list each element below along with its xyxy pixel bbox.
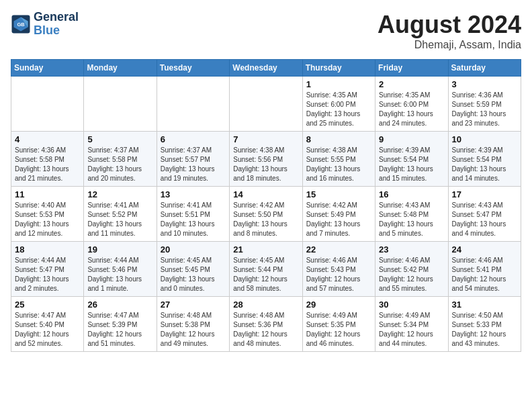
calendar-cell: 23Sunrise: 4:46 AM Sunset: 5:42 PM Dayli…	[375, 242, 448, 297]
day-info: Sunrise: 4:38 AM Sunset: 5:56 PM Dayligh…	[233, 146, 298, 183]
calendar-cell: 12Sunrise: 4:41 AM Sunset: 5:52 PM Dayli…	[84, 187, 157, 242]
calendar-cell	[230, 77, 302, 132]
day-number: 18	[15, 244, 80, 255]
month-title: August 2024	[378, 11, 521, 39]
day-number: 25	[15, 300, 80, 310]
weekday-header-tuesday: Tuesday	[157, 60, 229, 77]
day-info: Sunrise: 4:41 AM Sunset: 5:52 PM Dayligh…	[87, 201, 152, 238]
calendar-cell	[157, 77, 229, 132]
day-info: Sunrise: 4:48 AM Sunset: 5:38 PM Dayligh…	[161, 311, 226, 349]
calendar-week-row: 1Sunrise: 4:35 AM Sunset: 6:00 PM Daylig…	[11, 77, 521, 132]
day-info: Sunrise: 4:47 AM Sunset: 5:39 PM Dayligh…	[87, 311, 152, 349]
day-number: 16	[379, 189, 444, 199]
day-info: Sunrise: 4:49 AM Sunset: 5:34 PM Dayligh…	[379, 311, 444, 349]
day-info: Sunrise: 4:49 AM Sunset: 5:35 PM Dayligh…	[306, 311, 371, 349]
weekday-header-monday: Monday	[84, 60, 157, 77]
day-info: Sunrise: 4:46 AM Sunset: 5:41 PM Dayligh…	[452, 256, 517, 293]
day-info: Sunrise: 4:36 AM Sunset: 5:59 PM Dayligh…	[452, 91, 517, 128]
day-info: Sunrise: 4:45 AM Sunset: 5:44 PM Dayligh…	[233, 256, 298, 293]
calendar-cell	[11, 77, 84, 132]
calendar-week-row: 18Sunrise: 4:44 AM Sunset: 5:47 PM Dayli…	[11, 242, 521, 297]
day-info: Sunrise: 4:46 AM Sunset: 5:42 PM Dayligh…	[379, 256, 444, 293]
weekday-header-thursday: Thursday	[302, 60, 375, 77]
calendar-cell: 8Sunrise: 4:38 AM Sunset: 5:55 PM Daylig…	[302, 132, 375, 187]
calendar-cell: 5Sunrise: 4:37 AM Sunset: 5:58 PM Daylig…	[84, 132, 157, 187]
calendar-cell: 27Sunrise: 4:48 AM Sunset: 5:38 PM Dayli…	[157, 297, 229, 352]
day-number: 8	[306, 134, 371, 144]
calendar-cell: 19Sunrise: 4:44 AM Sunset: 5:46 PM Dayli…	[84, 242, 157, 297]
calendar-cell: 14Sunrise: 4:42 AM Sunset: 5:50 PM Dayli…	[230, 187, 302, 242]
day-info: Sunrise: 4:40 AM Sunset: 5:53 PM Dayligh…	[15, 201, 80, 238]
day-number: 14	[233, 189, 298, 199]
calendar-week-row: 4Sunrise: 4:36 AM Sunset: 5:58 PM Daylig…	[11, 132, 521, 187]
location: Dhemaji, Assam, India	[378, 39, 521, 51]
day-info: Sunrise: 4:37 AM Sunset: 5:58 PM Dayligh…	[87, 146, 152, 183]
day-number: 24	[452, 244, 517, 255]
day-number: 19	[87, 244, 152, 255]
day-info: Sunrise: 4:43 AM Sunset: 5:47 PM Dayligh…	[452, 201, 517, 238]
day-info: Sunrise: 4:50 AM Sunset: 5:33 PM Dayligh…	[452, 311, 517, 349]
calendar-cell: 28Sunrise: 4:48 AM Sunset: 5:36 PM Dayli…	[230, 297, 302, 352]
day-number: 1	[306, 79, 371, 89]
weekday-header-saturday: Saturday	[448, 60, 521, 77]
calendar-cell: 15Sunrise: 4:42 AM Sunset: 5:49 PM Dayli…	[302, 187, 375, 242]
day-info: Sunrise: 4:37 AM Sunset: 5:57 PM Dayligh…	[161, 146, 226, 183]
calendar-cell: 7Sunrise: 4:38 AM Sunset: 5:56 PM Daylig…	[230, 132, 302, 187]
calendar-cell: 21Sunrise: 4:45 AM Sunset: 5:44 PM Dayli…	[230, 242, 302, 297]
day-info: Sunrise: 4:42 AM Sunset: 5:49 PM Dayligh…	[306, 201, 371, 238]
calendar-cell: 3Sunrise: 4:36 AM Sunset: 5:59 PM Daylig…	[448, 77, 521, 132]
calendar-cell: 22Sunrise: 4:46 AM Sunset: 5:43 PM Dayli…	[302, 242, 375, 297]
day-info: Sunrise: 4:44 AM Sunset: 5:46 PM Dayligh…	[87, 256, 152, 293]
calendar-cell: 6Sunrise: 4:37 AM Sunset: 5:57 PM Daylig…	[157, 132, 229, 187]
day-number: 5	[87, 134, 152, 144]
day-number: 6	[161, 134, 226, 144]
day-number: 7	[233, 134, 298, 144]
day-number: 26	[87, 300, 152, 310]
calendar-cell: 10Sunrise: 4:39 AM Sunset: 5:54 PM Dayli…	[448, 132, 521, 187]
day-number: 28	[233, 300, 298, 310]
day-info: Sunrise: 4:35 AM Sunset: 6:00 PM Dayligh…	[306, 91, 371, 128]
day-number: 4	[15, 134, 80, 144]
calendar-cell: 29Sunrise: 4:49 AM Sunset: 5:35 PM Dayli…	[302, 297, 375, 352]
calendar-cell: 31Sunrise: 4:50 AM Sunset: 5:33 PM Dayli…	[448, 297, 521, 352]
calendar-cell: 24Sunrise: 4:46 AM Sunset: 5:41 PM Dayli…	[448, 242, 521, 297]
day-info: Sunrise: 4:48 AM Sunset: 5:36 PM Dayligh…	[233, 311, 298, 349]
day-number: 21	[233, 244, 298, 255]
day-number: 12	[87, 189, 152, 199]
day-number: 20	[161, 244, 226, 255]
day-info: Sunrise: 4:43 AM Sunset: 5:48 PM Dayligh…	[379, 201, 444, 238]
calendar-cell: 1Sunrise: 4:35 AM Sunset: 6:00 PM Daylig…	[302, 77, 375, 132]
day-number: 2	[379, 79, 444, 89]
day-number: 15	[306, 189, 371, 199]
calendar-cell: 25Sunrise: 4:47 AM Sunset: 5:40 PM Dayli…	[11, 297, 84, 352]
day-number: 10	[452, 134, 517, 144]
day-info: Sunrise: 4:38 AM Sunset: 5:55 PM Dayligh…	[306, 146, 371, 183]
day-info: Sunrise: 4:46 AM Sunset: 5:43 PM Dayligh…	[306, 256, 371, 293]
calendar-week-row: 25Sunrise: 4:47 AM Sunset: 5:40 PM Dayli…	[11, 297, 521, 352]
day-info: Sunrise: 4:42 AM Sunset: 5:50 PM Dayligh…	[233, 201, 298, 238]
calendar-cell: 18Sunrise: 4:44 AM Sunset: 5:47 PM Dayli…	[11, 242, 84, 297]
day-number: 22	[306, 244, 371, 255]
day-info: Sunrise: 4:35 AM Sunset: 6:00 PM Dayligh…	[379, 91, 444, 128]
day-number: 23	[379, 244, 444, 255]
calendar-cell: 16Sunrise: 4:43 AM Sunset: 5:48 PM Dayli…	[375, 187, 448, 242]
title-block: August 2024 Dhemaji, Assam, India	[378, 11, 521, 51]
calendar-cell: 4Sunrise: 4:36 AM Sunset: 5:58 PM Daylig…	[11, 132, 84, 187]
logo-icon: GB	[11, 14, 31, 34]
logo: GB General Blue	[11, 11, 79, 38]
day-number: 17	[452, 189, 517, 199]
day-info: Sunrise: 4:47 AM Sunset: 5:40 PM Dayligh…	[15, 311, 80, 349]
day-info: Sunrise: 4:45 AM Sunset: 5:45 PM Dayligh…	[161, 256, 226, 293]
calendar-cell: 30Sunrise: 4:49 AM Sunset: 5:34 PM Dayli…	[375, 297, 448, 352]
calendar-cell: 2Sunrise: 4:35 AM Sunset: 6:00 PM Daylig…	[375, 77, 448, 132]
page-header: GB General Blue August 2024 Dhemaji, Ass…	[11, 11, 521, 51]
day-number: 31	[452, 300, 517, 310]
calendar-cell: 17Sunrise: 4:43 AM Sunset: 5:47 PM Dayli…	[448, 187, 521, 242]
day-number: 29	[306, 300, 371, 310]
day-number: 13	[161, 189, 226, 199]
calendar-cell: 26Sunrise: 4:47 AM Sunset: 5:39 PM Dayli…	[84, 297, 157, 352]
weekday-header-row: SundayMondayTuesdayWednesdayThursdayFrid…	[11, 60, 521, 77]
calendar-cell: 11Sunrise: 4:40 AM Sunset: 5:53 PM Dayli…	[11, 187, 84, 242]
calendar-cell: 20Sunrise: 4:45 AM Sunset: 5:45 PM Dayli…	[157, 242, 229, 297]
day-number: 30	[379, 300, 444, 310]
